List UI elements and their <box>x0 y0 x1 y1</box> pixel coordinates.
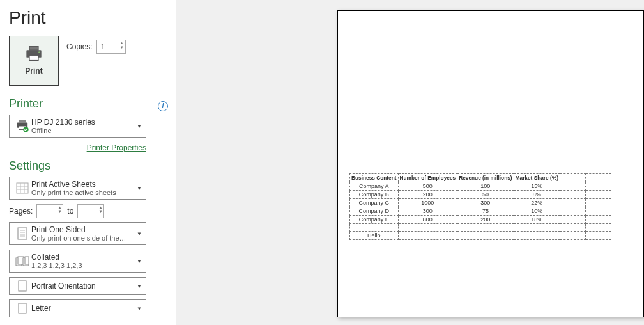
cell: 200 <box>398 191 457 199</box>
spin-arrows-icon[interactable]: ▲▼ <box>98 205 102 214</box>
svg-rect-0 <box>29 46 38 50</box>
svg-point-3 <box>38 52 40 53</box>
preview-table: Business Content Number of Employees Rev… <box>349 173 611 240</box>
cell <box>514 224 560 232</box>
cell <box>585 232 611 240</box>
cell <box>585 207 611 216</box>
pages-to-label: to <box>67 207 73 216</box>
table-header: Business Content <box>350 174 399 182</box>
sides-line1: Print One Sided <box>31 225 134 234</box>
cell <box>585 191 611 199</box>
svg-rect-21 <box>25 257 29 264</box>
chevron-down-icon: ▼ <box>137 231 142 237</box>
svg-rect-4 <box>19 120 26 123</box>
sheets-icon <box>13 182 31 194</box>
paper-select[interactable]: Letter ▼ <box>9 299 146 317</box>
print-what-select[interactable]: Print Active Sheets Only print the activ… <box>9 177 146 200</box>
spin-arrows-icon[interactable]: ▲▼ <box>120 41 124 50</box>
printer-properties-link[interactable]: Printer Properties <box>87 143 146 152</box>
cell: Company D <box>350 207 399 216</box>
svg-rect-13 <box>18 228 27 239</box>
cell: 75 <box>457 207 514 216</box>
paper-icon <box>13 303 31 314</box>
pages-to-spinbox[interactable]: ▲▼ <box>77 204 104 218</box>
collate-line2: 1,2,3 1,2,3 1,2,3 <box>31 262 134 269</box>
info-icon[interactable]: i <box>158 101 168 111</box>
paper-line1: Letter <box>31 304 134 313</box>
pages-label: Pages: <box>9 207 33 216</box>
cell <box>560 191 585 199</box>
portrait-icon <box>13 280 31 292</box>
cell: 8% <box>514 191 560 199</box>
cell <box>560 224 585 232</box>
table-row: Company A 500 100 15% <box>350 182 611 191</box>
cell: Company A <box>350 182 399 191</box>
orientation-select[interactable]: Portrait Orientation ▼ <box>9 277 146 295</box>
cell: 15% <box>514 182 560 191</box>
printer-name: HP DJ 2130 series <box>31 118 134 127</box>
cell <box>560 182 585 191</box>
print-button[interactable]: Print <box>9 36 59 86</box>
table-row: Company C 1000 300 22% <box>350 199 611 207</box>
printer-section-title: Printer <box>9 97 43 111</box>
print-button-label: Print <box>25 67 42 75</box>
printer-select[interactable]: HP DJ 2130 series Offline ▼ <box>9 115 146 138</box>
cell: 1000 <box>398 199 457 207</box>
cell: 500 <box>398 182 457 191</box>
cell: Hello <box>350 232 399 240</box>
print-what-line2: Only print the active sheets <box>31 189 134 196</box>
cell: 800 <box>398 216 457 224</box>
cell: 22% <box>514 199 560 207</box>
printer-status-icon <box>13 120 31 132</box>
svg-rect-2 <box>29 55 38 60</box>
cell: 300 <box>457 199 514 207</box>
table-header <box>560 174 585 182</box>
collate-select[interactable]: Collated 1,2,3 1,2,3 1,2,3 ▼ <box>9 250 146 273</box>
table-header-row: Business Content Number of Employees Rev… <box>350 174 611 182</box>
cell <box>398 232 457 240</box>
svg-rect-23 <box>19 303 26 313</box>
cell <box>560 207 585 216</box>
cell: Company E <box>350 216 399 224</box>
copies-spinbox[interactable]: ▲▼ <box>96 40 126 54</box>
pages-from-spinbox[interactable]: ▲▼ <box>36 204 63 218</box>
printer-icon <box>25 46 43 61</box>
spin-arrows-icon[interactable]: ▲▼ <box>57 205 61 214</box>
table-row: Company D 300 75 10% <box>350 207 611 216</box>
print-preview-area: Business Content Number of Employees Rev… <box>176 0 644 325</box>
copies-label: Copies: <box>66 42 93 51</box>
collate-icon <box>13 255 31 267</box>
chevron-down-icon: ▼ <box>137 123 142 129</box>
chevron-down-icon: ▼ <box>137 186 142 191</box>
cell: Company B <box>350 191 399 199</box>
table-header <box>585 174 611 182</box>
chevron-down-icon: ▼ <box>137 258 142 264</box>
cell <box>457 232 514 240</box>
table-row: Company B 200 50 8% <box>350 191 611 199</box>
orientation-line1: Portrait Orientation <box>31 281 134 290</box>
print-what-line1: Print Active Sheets <box>31 180 134 189</box>
table-row: Hello <box>350 232 611 240</box>
cell <box>585 216 611 224</box>
table-header: Market Share (%) <box>514 174 560 182</box>
cell: 18% <box>514 216 560 224</box>
chevron-down-icon: ▼ <box>137 306 142 312</box>
cell <box>560 216 585 224</box>
svg-rect-8 <box>17 183 28 193</box>
cell: 100 <box>457 182 514 191</box>
cell: Company C <box>350 199 399 207</box>
printer-status: Offline <box>31 127 134 134</box>
page-icon <box>13 227 31 240</box>
table-row: Company E 800 200 18% <box>350 216 611 224</box>
svg-rect-22 <box>19 281 26 291</box>
cell: 300 <box>398 207 457 216</box>
chevron-down-icon: ▼ <box>137 283 142 289</box>
preview-page: Business Content Number of Employees Rev… <box>337 10 644 317</box>
cell <box>560 199 585 207</box>
sides-select[interactable]: Print One Sided Only print on one side o… <box>9 222 146 245</box>
cell: 50 <box>457 191 514 199</box>
cell <box>560 232 585 240</box>
settings-section-title: Settings <box>9 159 168 173</box>
cell: 10% <box>514 207 560 216</box>
cell <box>585 182 611 191</box>
